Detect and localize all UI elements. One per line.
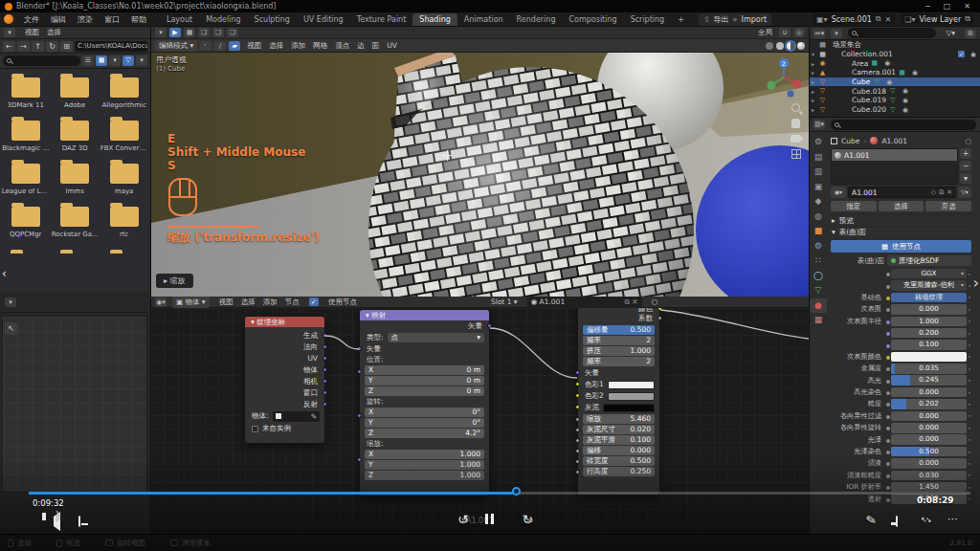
color-swatch[interactable] [603, 404, 655, 412]
socket-icon[interactable] [357, 346, 362, 351]
scene-selector[interactable]: ▣▾ Scene.001 ⧉ ✕ [813, 13, 895, 25]
property-value-slider[interactable]: 0.245 [891, 375, 967, 386]
node-header[interactable]: ▾ 映射 [360, 310, 489, 320]
slot-dropdown[interactable]: Slot 1 ▾ [487, 297, 522, 307]
menu-item[interactable]: 添加 [259, 297, 281, 307]
property-value-slider[interactable]: 1.000 [891, 317, 967, 327]
close-button[interactable]: ✕ [964, 2, 970, 11]
menu-item[interactable]: 顶点 [331, 40, 353, 51]
expand-chevron-icon[interactable]: › [973, 274, 979, 292]
menu-item[interactable]: 视图 [215, 297, 237, 307]
node-output-socket[interactable]: 相机 [245, 376, 324, 387]
folder-item[interactable]: 3DMark 11 [1, 73, 50, 109]
socket-icon[interactable] [323, 367, 327, 372]
back-button[interactable]: ← [3, 41, 15, 52]
fake-user-icon[interactable]: ◇ [931, 188, 936, 196]
navigation-gizmo[interactable]: Z [762, 55, 806, 99]
remove-slot-button[interactable]: − [960, 161, 971, 171]
editor-type-icon[interactable]: ▥▾ [813, 120, 825, 129]
path-field[interactable]: C:\Users\KOALA\Docu.. [75, 41, 147, 52]
menu-item[interactable]: 文件 [18, 14, 45, 25]
color-input-row[interactable]: 灰泥 [578, 402, 659, 413]
property-value-slider[interactable]: GGX [891, 269, 967, 279]
node-output-socket[interactable]: 矢量 [360, 320, 489, 332]
outliner-row[interactable]: ▸ ◉ Area ▦ ◉ [810, 58, 980, 68]
new-collection-icon[interactable]: ⊞ [965, 29, 976, 38]
socket-icon[interactable] [575, 405, 580, 409]
orientation-dropdown[interactable]: 全局 [754, 27, 776, 38]
preview-section[interactable]: ▸ 预览 [827, 214, 975, 226]
socket-icon[interactable] [575, 428, 580, 432]
properties-tab-icon[interactable]: ◍ [810, 209, 827, 225]
edge-select-icon[interactable]: ∕ [214, 41, 226, 51]
thumbnail-view-toggle[interactable]: ▦ [96, 55, 107, 66]
select-new-icon[interactable]: ❏ [198, 28, 210, 37]
property-value-slider[interactable]: 0.100 [891, 340, 967, 350]
socket-icon[interactable] [357, 457, 362, 462]
color-input-row[interactable]: 色彩1 [578, 379, 659, 390]
visibility-eye-icon[interactable]: ◉ [901, 87, 910, 95]
visibility-eye-icon[interactable]: ◉ [901, 97, 910, 104]
folder-item[interactable]: Adobe [50, 73, 99, 109]
node-input-socket[interactable]: 矢量 [578, 367, 659, 379]
outliner-row[interactable]: ▤ 场景集合 [810, 40, 980, 50]
volume-icon[interactable] [54, 517, 60, 526]
outliner-row[interactable]: ▸ ▽ Cube.019 ▽ ◉ [810, 96, 980, 105]
shader-dropdown[interactable]: 原理化BSDF [887, 255, 971, 266]
filter-dropdown[interactable]: ▾ [136, 55, 147, 66]
properties-tab-icon[interactable]: ▥ [810, 165, 827, 180]
folder-item[interactable]: DAZ 3D [50, 116, 99, 152]
node-output-socket[interactable]: 生成 [245, 330, 324, 342]
disclosure-icon[interactable]: ▸ [810, 97, 816, 103]
socket-icon[interactable] [323, 356, 327, 361]
viewport-3d[interactable]: ▾ ▶ ▦ ❏ ❏ ❏ 全局 ∪ ◎ 编辑模式 ▾ ⠂ ∕ ▰ 视图选择添加网格… [151, 27, 809, 297]
workspace-tab[interactable]: Animation [457, 13, 510, 26]
disclosure-icon[interactable]: ▸ [810, 60, 816, 67]
node-header[interactable]: ▾ 纹理坐标 [245, 317, 324, 327]
type-dropdown[interactable]: 点▾ [388, 333, 484, 342]
outliner-row[interactable]: ▸ ▲ Camera.001 ▦ ◉ [810, 68, 980, 77]
copy-icon[interactable]: ⧉ [876, 14, 881, 24]
disclosure-icon[interactable]: ▸ [810, 106, 816, 113]
value-input-row[interactable]: 灰泥尺寸0.020 [578, 425, 659, 434]
collection-checkbox[interactable]: ✓ [958, 51, 965, 57]
socket-icon[interactable] [575, 459, 580, 464]
outliner-search-input[interactable] [848, 28, 936, 38]
use-nodes-button[interactable]: ▦ 使用节点 [831, 240, 971, 253]
value-input-row[interactable]: 偏移0.000 [578, 446, 659, 455]
property-value-slider[interactable]: 0.000 [891, 304, 967, 315]
value-field[interactable]: Z0 m [365, 386, 484, 396]
outliner-row[interactable]: ▸ ▽ Cube.018 ▽ ◉ [810, 86, 980, 96]
action-button[interactable]: 选择 [879, 201, 924, 211]
node-output-socket[interactable]: 反射 [245, 399, 324, 410]
workspace-tab[interactable]: Layout [160, 13, 199, 26]
filter-icon[interactable]: ▽ [122, 55, 134, 66]
checkbox-icon[interactable] [252, 426, 258, 432]
select-subtract-icon[interactable]: ❏ [227, 28, 238, 37]
visibility-eye-icon[interactable]: ◉ [901, 106, 910, 114]
property-value-slider[interactable]: 1.450 [891, 482, 967, 493]
filter-dropdown[interactable]: ▽▾ [958, 187, 971, 198]
properties-tab-icon[interactable]: ◯ [810, 269, 827, 284]
socket-icon[interactable] [323, 344, 327, 349]
fullscreen-icon[interactable]: ↖↘ [921, 516, 929, 524]
copy-icon[interactable]: ⧉ [965, 14, 970, 24]
blender-logo-icon[interactable] [4, 14, 13, 24]
camera-view-icon[interactable] [791, 135, 801, 143]
rendered-shading-icon[interactable] [797, 42, 805, 50]
value-input-row[interactable]: 缩放5.460 [578, 414, 659, 424]
property-value-slider[interactable]: 0.202 [891, 399, 967, 409]
mode-dropdown[interactable]: 编辑模式 ▾ [155, 40, 197, 52]
socket-icon[interactable] [575, 382, 580, 386]
vertex-select-icon[interactable]: ⠂ [200, 41, 212, 51]
property-value-slider[interactable]: 0.200 [891, 328, 967, 339]
disclosure-icon[interactable]: ▸ [810, 69, 816, 76]
visibility-eye-icon[interactable]: ◉ [910, 69, 920, 77]
maximize-button[interactable]: □ [944, 2, 951, 11]
color-swatch[interactable] [608, 392, 655, 401]
folder-item[interactable]: lmms [50, 159, 99, 195]
node-brick-texture[interactable]: 颜色 系数 偏移量0.500频率2挤压1.000频率2 矢量 色彩1 [577, 308, 660, 496]
workspace-tab[interactable]: Texture Paint [350, 13, 413, 26]
folder-item[interactable]: Blackmagic ... [1, 116, 50, 152]
outliner-row[interactable]: ▸ ▽ Cube ▽ ◉ [810, 77, 980, 87]
